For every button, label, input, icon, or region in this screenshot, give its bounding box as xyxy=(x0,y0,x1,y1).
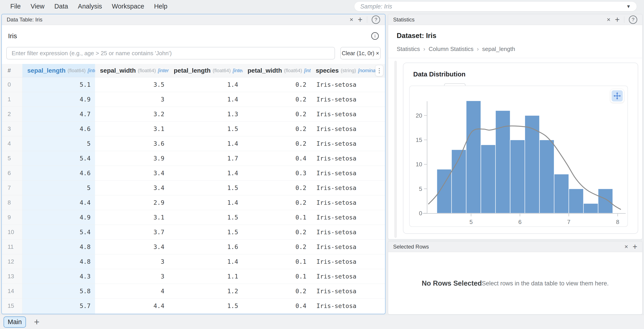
table-cell: 3.9 xyxy=(95,313,169,314)
menu-item-data[interactable]: Data xyxy=(54,3,68,10)
menu-item-help[interactable]: Help xyxy=(154,3,168,10)
breadcrumb-item-sepal_length[interactable]: sepal_length xyxy=(482,46,515,52)
table-cell: Iris-setosa xyxy=(311,151,385,166)
table-row[interactable]: 165.43.91.30.4Iris-setosa xyxy=(2,313,385,314)
column-dtype: (float64) xyxy=(138,68,156,73)
table-cell: 2.9 xyxy=(95,195,169,210)
table-cell: 3 xyxy=(95,269,169,284)
table-row[interactable]: 24.73.21.30.2Iris-setosa xyxy=(2,107,385,122)
table-cell: 0.2 xyxy=(242,77,311,92)
table-cell: Iris-setosa xyxy=(311,77,385,92)
table-cell: 5.4 xyxy=(22,313,95,314)
table-cell: Iris-setosa xyxy=(311,240,385,254)
table-row[interactable]: 105.43.71.50.2Iris-setosa xyxy=(2,225,385,240)
table-cell: 4.9 xyxy=(22,210,95,225)
table-row[interactable]: 84.42.91.40.2Iris-setosa xyxy=(2,195,385,210)
pan-tool-button[interactable] xyxy=(610,89,624,103)
menu-item-file[interactable]: File xyxy=(10,3,21,10)
table-cell: 3.4 xyxy=(95,166,169,180)
add-panel-icon[interactable]: + xyxy=(632,243,637,251)
column-menu-kebab-icon[interactable]: ⋮ xyxy=(375,65,383,76)
scrollbar[interactable] xyxy=(394,61,397,238)
table-cell: 1.5 xyxy=(169,299,242,313)
table-cell: 1.4 xyxy=(169,136,242,151)
table-row[interactable]: 155.74.41.50.4Iris-setosa xyxy=(2,299,385,313)
column-header-petal_length[interactable]: petal_length(float64)[interval] xyxy=(169,64,242,77)
table-row[interactable]: 753.41.50.2Iris-setosa xyxy=(2,181,385,195)
menu-item-workspace[interactable]: Workspace xyxy=(112,3,144,10)
column-role: [interval] xyxy=(158,68,169,73)
table-cell: Iris-setosa xyxy=(311,181,385,195)
column-header-sepal_width[interactable]: sepal_width(float64)[interval]↕ xyxy=(95,64,169,77)
row-index-cell: 1 xyxy=(2,92,22,107)
column-dtype: (float64) xyxy=(68,68,86,73)
clear-filter-button[interactable]: Clear (1c, 0r) × xyxy=(340,47,380,59)
table-row[interactable]: 114.83.41.60.2Iris-setosa xyxy=(2,240,385,254)
table-body: 05.13.51.40.2Iris-setosa14.931.40.2Iris-… xyxy=(2,77,385,314)
menu-bar-items: FileViewDataAnalysisWorkspaceHelp xyxy=(10,3,168,10)
table-cell: Iris-setosa xyxy=(311,284,385,298)
table-cell: Iris-setosa xyxy=(311,225,385,239)
table-cell: Iris-setosa xyxy=(311,166,385,180)
svg-text:7: 7 xyxy=(567,219,570,225)
help-icon[interactable]: ? xyxy=(372,15,380,24)
breadcrumb-item-statistics[interactable]: Statistics xyxy=(397,46,420,52)
row-index-cell: 2 xyxy=(2,107,22,121)
row-index-cell: 7 xyxy=(2,181,22,195)
table-cell: 1.5 xyxy=(169,122,242,136)
table-row[interactable]: 64.63.41.40.3Iris-setosa xyxy=(2,166,385,181)
panel-title: Selected Rows xyxy=(393,244,429,250)
table-row[interactable]: 14.931.40.2Iris-setosa xyxy=(2,92,385,107)
table-cell: 5.1 xyxy=(22,77,95,92)
table-cell: 1.5 xyxy=(169,181,242,195)
table-row[interactable]: 05.13.51.40.2Iris-setosa xyxy=(2,77,385,92)
info-icon[interactable]: i xyxy=(371,32,379,40)
table-row[interactable]: 34.63.11.50.2Iris-setosa xyxy=(2,122,385,136)
table-cell: 3.1 xyxy=(95,122,169,136)
close-icon[interactable]: × xyxy=(350,16,353,23)
table-row[interactable]: 145.841.20.2Iris-setosa xyxy=(2,284,385,299)
table-cell: 0.2 xyxy=(242,181,311,195)
divider xyxy=(367,16,367,23)
add-panel-icon[interactable]: + xyxy=(615,16,620,24)
menu-item-view[interactable]: View xyxy=(31,3,44,10)
column-header-petal_width[interactable]: petal_width(float64)[interval]↕ xyxy=(242,64,311,77)
add-panel-icon[interactable]: + xyxy=(358,16,362,24)
breadcrumb-item-column-statistics[interactable]: Column Statistics xyxy=(429,46,474,52)
tab-main[interactable]: Main xyxy=(4,317,26,328)
filter-row: Clear (1c, 0r) × xyxy=(2,47,385,64)
table-cell: 4.8 xyxy=(22,254,95,269)
table-cell: 0.2 xyxy=(242,225,311,239)
row-index-cell: 3 xyxy=(2,122,22,136)
column-dtype: (float64) xyxy=(284,68,302,73)
add-tab-button[interactable]: + xyxy=(34,317,40,327)
table-row[interactable]: 134.331.10.1Iris-setosa xyxy=(2,269,385,284)
row-index-cell: 0 xyxy=(2,77,22,92)
table-cell: 0.4 xyxy=(242,299,311,313)
table-row[interactable]: 453.61.40.2Iris-setosa xyxy=(2,136,385,151)
table-cell: 1.7 xyxy=(169,151,242,166)
table-cell: Iris-setosa xyxy=(311,92,385,107)
table-cell: 5.4 xyxy=(22,225,95,239)
table-row[interactable]: 55.43.91.70.4Iris-setosa xyxy=(2,151,385,166)
table-row[interactable]: 94.93.11.50.1Iris-setosa xyxy=(2,210,385,225)
data-distribution-card: Data Distribution Bin count: Show densit… xyxy=(403,63,638,234)
column-header-sepal_length[interactable]: sepal_length(float64)[interval] xyxy=(22,64,95,77)
workspace-tab-bar: Main + xyxy=(0,315,644,329)
close-icon[interactable]: × xyxy=(607,16,610,23)
filter-expression-input[interactable] xyxy=(6,47,335,59)
sample-dataset-select[interactable]: Sample: Iris ▼ xyxy=(354,2,636,11)
table-cell: 1.5 xyxy=(169,210,242,225)
table-cell: 3.4 xyxy=(95,240,169,254)
table-cell: 0.2 xyxy=(242,240,311,254)
menu-item-analysis[interactable]: Analysis xyxy=(78,3,102,10)
index-column-header: # xyxy=(2,64,22,77)
table-row[interactable]: 124.831.40.1Iris-setosa xyxy=(2,254,385,269)
close-icon[interactable]: × xyxy=(624,244,628,250)
help-icon[interactable]: ? xyxy=(629,15,637,24)
row-index-cell: 15 xyxy=(2,299,22,313)
table-cell: 0.1 xyxy=(242,269,311,284)
table-cell: 3.6 xyxy=(95,136,169,151)
column-header-species[interactable]: species(string)[nominal] xyxy=(311,64,385,77)
table-cell: Iris-setosa xyxy=(311,122,385,136)
